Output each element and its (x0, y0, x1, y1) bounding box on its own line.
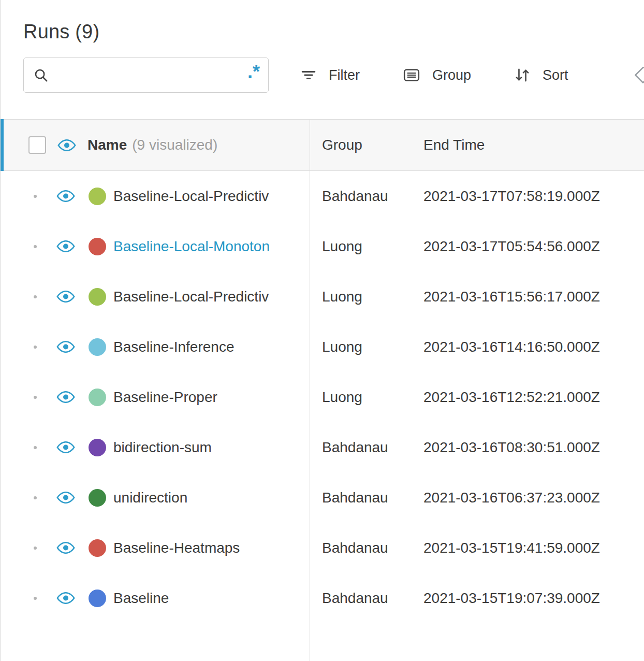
run-group: Bahdanau (310, 439, 423, 456)
run-end-time: 2021-03-15T19:41:59.000Z (423, 540, 644, 556)
regex-toggle[interactable]: .* (247, 64, 260, 87)
run-color-dot (89, 489, 106, 507)
row-name-cell: Baseline-Local-Predictiv (1, 288, 310, 306)
runs-panel: Runs (9) .* (0, 0, 644, 661)
visibility-eye-icon[interactable] (56, 340, 75, 353)
row-name-cell: Baseline-Local-Monoton (1, 238, 310, 255)
run-group: Bahdanau (310, 540, 423, 556)
run-name[interactable]: Baseline (113, 590, 169, 607)
sort-button[interactable]: Sort (514, 66, 568, 84)
run-end-time: 2021-03-17T07:58:19.000Z (423, 188, 644, 205)
table-row: Baseline-Heatmaps Bahdanau 2021-03-15T19… (1, 523, 644, 573)
visibility-eye-icon[interactable] (56, 541, 75, 554)
table-row: Baseline Bahdanau 2021-03-15T19:07:39.00… (1, 573, 644, 623)
row-name-cell: Baseline-Proper (1, 389, 310, 406)
run-end-time: 2021-03-17T05:54:56.000Z (423, 238, 644, 255)
run-name[interactable]: Baseline-Heatmaps (113, 540, 240, 556)
run-color-dot (89, 539, 106, 557)
panel-header: Runs (9) .* (1, 0, 644, 119)
run-group: Bahdanau (310, 188, 423, 205)
controls-row: .* Filter (23, 58, 644, 93)
run-end-time: 2021-03-15T19:07:39.000Z (423, 590, 644, 607)
search-input[interactable] (55, 58, 247, 92)
visibility-eye-icon[interactable] (56, 491, 75, 504)
end-time-column-label: End Time (423, 137, 644, 153)
run-name[interactable]: Baseline-Local-Monoton (113, 238, 270, 255)
drag-handle-dot[interactable] (34, 396, 37, 399)
run-color-dot (89, 590, 106, 607)
row-name-cell: Baseline-Inference (1, 338, 310, 356)
run-name[interactable]: bidirection-sum (113, 439, 212, 456)
header-accent-bar (0, 119, 4, 171)
table-row: Baseline-Local-Predictiv Bahdanau 2021-0… (1, 171, 644, 221)
run-group: Luong (310, 238, 423, 255)
name-column-label: Name (87, 137, 127, 153)
table-row: Baseline-Proper Luong 2021-03-16T12:52:2… (1, 372, 644, 422)
drag-handle-dot[interactable] (34, 346, 37, 349)
run-end-time: 2021-03-16T08:30:51.000Z (423, 439, 644, 456)
drag-handle-dot[interactable] (34, 496, 37, 499)
run-name[interactable]: Baseline-Local-Predictiv (113, 188, 269, 205)
drag-handle-dot[interactable] (34, 547, 37, 550)
table-body: Baseline-Local-Predictiv Bahdanau 2021-0… (1, 171, 644, 623)
run-group: Luong (310, 339, 423, 355)
drag-handle-dot[interactable] (34, 295, 37, 298)
table-row: bidirection-sum Bahdanau 2021-03-16T08:3… (1, 422, 644, 472)
run-group: Bahdanau (310, 490, 423, 506)
run-group: Bahdanau (310, 590, 423, 607)
row-name-cell: Baseline-Local-Predictiv (1, 188, 310, 205)
run-color-dot (89, 238, 106, 255)
run-color-dot (89, 389, 106, 406)
visibility-eye-icon[interactable] (56, 441, 75, 454)
toggle-all-visibility-eye-icon[interactable] (57, 139, 76, 152)
sort-icon (514, 66, 531, 84)
drag-handle-dot[interactable] (34, 245, 37, 248)
run-name[interactable]: Baseline-Inference (113, 339, 234, 355)
group-button[interactable]: Group (402, 66, 471, 84)
run-name[interactable]: Baseline-Local-Predictiv (113, 289, 269, 305)
drag-handle-dot[interactable] (34, 446, 37, 449)
run-end-time: 2021-03-16T06:37:23.000Z (423, 490, 644, 506)
visibility-eye-icon[interactable] (56, 391, 75, 404)
visibility-eye-icon[interactable] (56, 290, 75, 303)
page-title: Runs (9) (23, 21, 644, 43)
group-column-label: Group (310, 137, 423, 153)
tag-icon (633, 65, 644, 85)
sort-label: Sort (543, 67, 568, 83)
table-header-row: Name (9 visualized) Group End Time (1, 119, 644, 171)
drag-handle-dot[interactable] (34, 597, 37, 600)
run-end-time: 2021-03-16T14:16:50.000Z (423, 339, 644, 355)
table-row: Baseline-Local-Monoton Luong 2021-03-17T… (1, 221, 644, 271)
runs-table: Name (9 visualized) Group End Time Basel… (1, 119, 644, 661)
select-all-checkbox[interactable] (28, 136, 46, 154)
run-end-time: 2021-03-16T12:52:21.000Z (423, 389, 644, 406)
run-name[interactable]: Baseline-Proper (113, 389, 217, 406)
tag-button[interactable] (633, 65, 644, 85)
run-color-dot (89, 338, 106, 356)
group-label: Group (432, 67, 471, 83)
drag-handle-dot[interactable] (34, 195, 37, 198)
row-name-cell: unidirection (1, 489, 310, 507)
visibility-eye-icon[interactable] (56, 592, 75, 605)
visibility-eye-icon[interactable] (56, 190, 75, 203)
table-row: Baseline-Inference Luong 2021-03-16T14:1… (1, 322, 644, 372)
filter-icon (300, 66, 317, 84)
table-row: unidirection Bahdanau 2021-03-16T06:37:2… (1, 472, 644, 523)
filter-button[interactable]: Filter (300, 66, 360, 84)
run-group: Luong (310, 289, 423, 305)
name-column-header: Name (9 visualized) (1, 136, 310, 154)
filter-label: Filter (329, 67, 360, 83)
run-name[interactable]: unidirection (113, 490, 187, 506)
run-group: Luong (310, 389, 423, 406)
table-row: Baseline-Local-Predictiv Luong 2021-03-1… (1, 271, 644, 322)
run-end-time: 2021-03-16T15:56:17.000Z (423, 289, 644, 305)
row-name-cell: Baseline-Heatmaps (1, 539, 310, 557)
row-name-cell: Baseline (1, 590, 310, 607)
group-icon (402, 66, 421, 84)
row-name-cell: bidirection-sum (1, 439, 310, 456)
visibility-eye-icon[interactable] (56, 240, 75, 253)
search-box: .* (23, 58, 269, 93)
run-color-dot (89, 188, 106, 205)
column-divider (310, 119, 310, 661)
run-color-dot (89, 439, 106, 456)
